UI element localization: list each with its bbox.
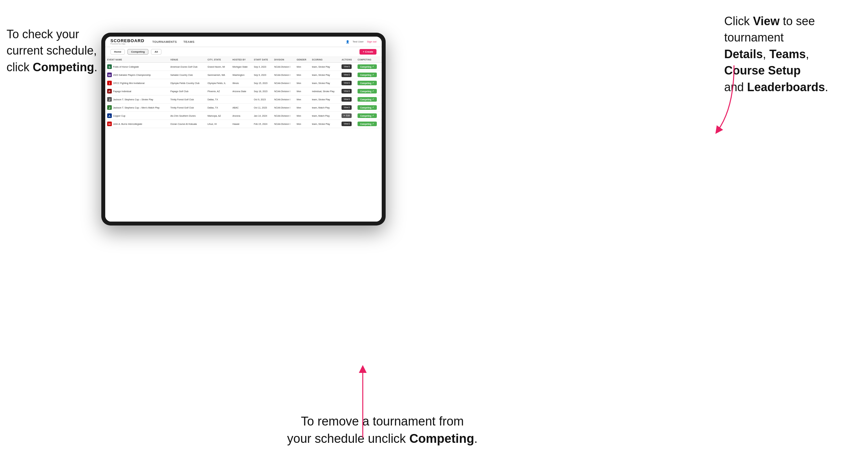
cell-division: NCAA Division I — [272, 79, 295, 87]
logo-title: SCOREBOARD — [111, 38, 145, 43]
edit-button[interactable]: ✏ Edit — [342, 114, 352, 118]
cell-hosted-by: Hawaii — [230, 120, 252, 128]
cell-city-state: Sammamish, WA — [206, 71, 230, 79]
cell-actions: View ℹ — [340, 79, 355, 87]
cell-scoring: team, Match Play — [310, 112, 340, 120]
cell-event-name: W2023 Sahalee Players Championship — [105, 71, 168, 79]
cell-city-state: Grand Haven, MI — [206, 63, 230, 71]
app-navbar: SCOREBOARD Powered by clipp TOURNAMENTS … — [105, 37, 382, 47]
cell-event-name: PPapago Individual — [105, 87, 168, 95]
cell-competing: Competing — [355, 63, 382, 71]
cell-event-name: JJackson T. Stephens Cup – Men's Match P… — [105, 103, 168, 112]
view-button[interactable]: View ℹ — [342, 72, 352, 77]
scoreboard-logo: SCOREBOARD Powered by clipp — [111, 38, 145, 45]
cell-division: NCAA Division I — [272, 87, 295, 95]
cell-event-name: HJohn A. Burns Intercollegiate — [105, 120, 168, 128]
tournaments-table-container: EVENT NAME VENUE CITY, STATE HOSTED BY S… — [105, 57, 382, 222]
cell-hosted-by: Arizona — [230, 112, 252, 120]
nav-links: TOURNAMENTS TEAMS — [152, 40, 338, 43]
cell-venue: Trinity Forest Golf Club — [168, 103, 206, 112]
bottom-arrow — [353, 366, 373, 441]
nav-user-area: 👤 Test User Sign out — [346, 40, 376, 43]
cell-event-name: JJackson T. Stephens Cup – Stroke Play — [105, 95, 168, 103]
cell-gender: Men — [295, 103, 310, 112]
view-button[interactable]: View ℹ — [342, 105, 352, 110]
col-city-state: CITY, STATE — [206, 57, 230, 63]
col-competing: COMPETING — [355, 57, 382, 63]
col-division: DIVISION — [272, 57, 295, 63]
col-hosted-by: HOSTED BY — [230, 57, 252, 63]
cell-actions: View ℹ — [340, 71, 355, 79]
create-button[interactable]: + Create — [360, 49, 376, 55]
cell-gender: Men — [295, 112, 310, 120]
svg-text:S: S — [108, 65, 111, 69]
competing-button[interactable]: Competing — [358, 89, 377, 93]
cell-gender: Men — [295, 63, 310, 71]
tablet-device: SCOREBOARD Powered by clipp TOURNAMENTS … — [101, 33, 385, 225]
cell-hosted-by: Illinois — [230, 79, 252, 87]
competing-button[interactable]: Competing — [358, 97, 377, 102]
table-row: JJackson T. Stephens Cup – Men's Match P… — [105, 103, 382, 112]
cell-division: NCAA Division I — [272, 71, 295, 79]
filter-competing-button[interactable]: Competing — [127, 49, 148, 55]
table-header-row: EVENT NAME VENUE CITY, STATE HOSTED BY S… — [105, 57, 382, 63]
view-button[interactable]: View ℹ — [342, 97, 352, 102]
view-button[interactable]: View ℹ — [342, 64, 352, 69]
table-row: HJohn A. Burns Intercollegiate Ocean Cou… — [105, 120, 382, 128]
cell-city-state: Lihue, HI — [206, 120, 230, 128]
cell-start-date: Oct 9, 2023 — [252, 95, 272, 103]
competing-button[interactable]: Competing — [358, 114, 377, 118]
cell-division: NCAA Division I — [272, 103, 295, 112]
col-gender: GENDER — [295, 57, 310, 63]
filter-all-button[interactable]: All — [151, 49, 161, 55]
cell-start-date: Sep 18, 2023 — [252, 87, 272, 95]
cell-competing: Competing — [355, 112, 382, 120]
cell-start-date: Sep 15, 2023 — [252, 79, 272, 87]
cell-scoring: team, Stroke Play — [310, 120, 340, 128]
username: Test User — [352, 40, 364, 43]
cell-competing: Competing — [355, 120, 382, 128]
annotation-topright: Click View to see tournament Details, Te… — [724, 13, 862, 95]
competing-button[interactable]: Competing — [358, 122, 377, 126]
logo-subtitle: Powered by clipp — [111, 43, 145, 45]
cell-gender: Men — [295, 79, 310, 87]
table-row: ACopper Cup Ak-Chin Southern Dunes Maric… — [105, 112, 382, 120]
user-icon: 👤 — [346, 40, 349, 43]
cell-city-state: Phoenix, AZ — [206, 87, 230, 95]
cell-city-state: Olympia Fields, IL — [206, 79, 230, 87]
cell-event-name: IOFCC Fighting Illini Invitational — [105, 79, 168, 87]
svg-text:W: W — [108, 73, 111, 77]
view-button[interactable]: View ℹ — [342, 89, 352, 93]
view-button[interactable]: View ℹ — [342, 122, 352, 126]
table-row: SFolds of Honor Collegiate American Dune… — [105, 63, 382, 71]
cell-actions: View ℹ — [340, 95, 355, 103]
cell-hosted-by: ABAC — [230, 103, 252, 112]
cell-actions: View ℹ — [340, 103, 355, 112]
competing-button[interactable]: Competing — [358, 72, 377, 77]
cell-hosted-by: Washington — [230, 71, 252, 79]
nav-tournaments[interactable]: TOURNAMENTS — [152, 40, 177, 43]
cell-scoring: team, Stroke Play — [310, 71, 340, 79]
cell-competing: Competing — [355, 87, 382, 95]
cell-competing: Competing — [355, 79, 382, 87]
filter-bar: Home Competing All + Create — [105, 47, 382, 57]
competing-button[interactable]: Competing — [358, 105, 377, 110]
nav-teams[interactable]: TEAMS — [183, 40, 194, 43]
cell-venue: Ocean Course At Hokuala — [168, 120, 206, 128]
cell-venue: American Dunes Golf Club — [168, 63, 206, 71]
filter-home-button[interactable]: Home — [111, 49, 125, 55]
cell-hosted-by: Michigan State — [230, 63, 252, 71]
cell-start-date: Sep 9, 2023 — [252, 71, 272, 79]
svg-text:H: H — [108, 123, 111, 126]
view-button[interactable]: View ℹ — [342, 81, 352, 85]
cell-actions: ✏ Edit — [340, 112, 355, 120]
cell-actions: View ℹ — [340, 87, 355, 95]
col-scoring: SCORING — [310, 57, 340, 63]
sign-out-link[interactable]: Sign out — [367, 40, 376, 43]
cell-actions: View ℹ — [340, 63, 355, 71]
competing-button[interactable]: Competing — [358, 64, 377, 69]
competing-button[interactable]: Competing — [358, 81, 377, 85]
svg-text:J: J — [108, 106, 110, 110]
cell-scoring: individual, Stroke Play — [310, 87, 340, 95]
cell-division: NCAA Division I — [272, 63, 295, 71]
